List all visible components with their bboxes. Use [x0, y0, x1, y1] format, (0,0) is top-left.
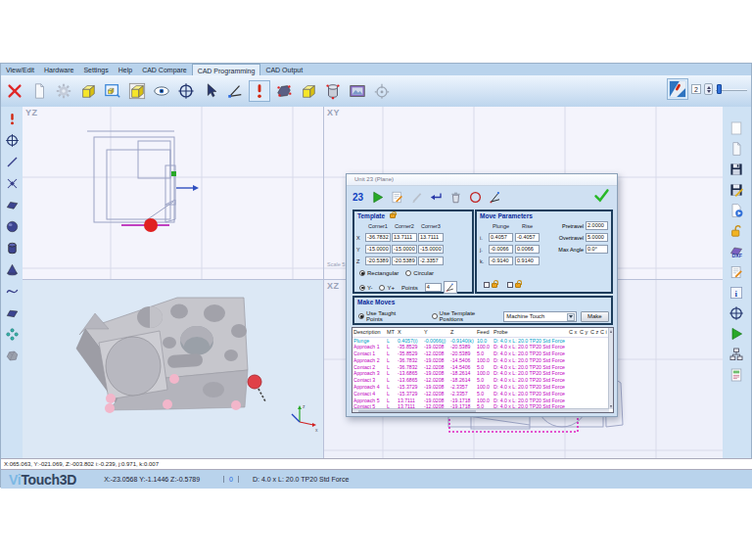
report-icon[interactable]	[728, 365, 746, 384]
viewport-3d[interactable]: z x	[23, 280, 324, 458]
plunge-field-j[interactable]: -0.0066	[489, 245, 513, 254]
export-file-icon[interactable]	[728, 201, 746, 219]
use-taught-points-radio[interactable]	[358, 313, 364, 319]
edit-disabled-icon[interactable]	[408, 189, 424, 205]
sphere-feature-icon[interactable]	[3, 217, 22, 236]
table-horizontal-scrollbar[interactable]	[352, 408, 609, 412]
dialog-title[interactable]: Unit 23 (Plane)	[347, 174, 617, 186]
edit-notes-icon[interactable]	[728, 262, 746, 281]
table-row[interactable]: PlungeL0.4057(i)-0.0066(j)-0.9140(k)10.0…	[352, 337, 609, 344]
template-field-y-corner3[interactable]: -15.0000	[418, 245, 444, 254]
probe-position-stepper[interactable]	[704, 83, 713, 95]
shaded-view-cube-icon[interactable]	[126, 80, 148, 102]
dxf-export-icon[interactable]: DXF	[728, 242, 746, 260]
table-row[interactable]: Approach 2L-36.7832-19.0208-14.5406100.0…	[352, 357, 609, 364]
info-icon[interactable]: i	[728, 283, 746, 302]
plunge-lock-checkbox[interactable]	[484, 282, 490, 288]
moves-table-header[interactable]: C x	[568, 328, 579, 337]
menu-hardware[interactable]: Hardware	[39, 64, 78, 75]
table-row[interactable]: Approach 3L-13.6865-19.0208-18.2614100.0…	[352, 370, 609, 377]
template-field-x-corner3[interactable]: 13.7111	[418, 233, 444, 242]
select-cursor-icon[interactable]	[200, 80, 221, 102]
view-zoom-slider[interactable]	[716, 83, 749, 95]
measured-plane-icon[interactable]	[3, 303, 22, 322]
moves-table-header[interactable]: Z	[449, 328, 476, 337]
cad-view-cube-icon[interactable]	[77, 80, 99, 102]
template-field-z-corner1[interactable]: -20.5389	[365, 257, 391, 265]
table-row[interactable]: Contact 2L-36.7832-12.0208-14.54065.0D: …	[352, 364, 609, 371]
chevron-down-icon[interactable]	[567, 313, 575, 321]
moves-table-header[interactable]: X	[397, 328, 423, 337]
template-field-x-corner2[interactable]: 13.7111	[392, 233, 417, 242]
moves-table-header[interactable]: Y	[423, 328, 449, 337]
moves-table-header[interactable]: Probe	[493, 328, 568, 337]
settings-gear-icon[interactable]	[53, 80, 74, 102]
moves-table-header[interactable]: C y	[579, 328, 589, 337]
program-tree-icon[interactable]	[728, 345, 746, 363]
probe-change-icon[interactable]	[667, 78, 688, 100]
accept-check-icon[interactable]	[593, 187, 610, 208]
line-feature-icon[interactable]	[3, 153, 22, 171]
plunge-field-k[interactable]: -0.9140	[489, 257, 513, 265]
image-capture-icon[interactable]	[347, 80, 368, 102]
menu-view-edit[interactable]: View/Edit	[1, 64, 39, 75]
cylinder-solid-icon[interactable]	[3, 239, 22, 257]
table-row[interactable]: Approach 5L13.7111-19.0208-19.1718100.0D…	[352, 397, 609, 404]
template-field-z-corner3[interactable]: -2.3357	[418, 257, 444, 265]
use-template-positions-radio[interactable]	[432, 313, 438, 319]
unlock-icon[interactable]	[728, 221, 746, 240]
menu-cad-programming[interactable]: CAD Programming	[192, 64, 261, 75]
solid-cube-icon[interactable]	[298, 80, 319, 102]
template-field-y-corner1[interactable]: -15.0000	[365, 245, 391, 254]
moves-table-header[interactable]: Description	[352, 328, 386, 337]
moves-table-header[interactable]: C z	[589, 328, 599, 337]
vector-icon[interactable]	[487, 189, 502, 205]
run-program-icon[interactable]	[728, 324, 746, 343]
table-row[interactable]: Approach 1L-35.8529-19.0208-20.5389100.0…	[352, 344, 609, 350]
template-field-y-corner2[interactable]: -15.0000	[392, 245, 417, 254]
run-unit-icon[interactable]	[369, 189, 385, 205]
angle-measure-icon[interactable]	[224, 80, 246, 102]
probe-icon[interactable]	[3, 110, 22, 128]
points-field[interactable]: 4	[425, 283, 442, 292]
table-vertical-scrollbar[interactable]	[608, 328, 613, 409]
plane-feature-icon[interactable]	[3, 196, 22, 214]
y-plus-radio[interactable]	[379, 285, 385, 291]
visibility-eye-icon[interactable]	[151, 80, 172, 102]
table-row[interactable]: Contact 3L-13.6865-12.0208-18.26145.0D: …	[352, 377, 609, 384]
rise-field-i[interactable]: -0.4057	[515, 233, 540, 242]
datum-crosshair-icon[interactable]	[175, 80, 197, 102]
moves-table-header[interactable]: Feed	[476, 328, 493, 337]
solid-part-icon[interactable]	[3, 347, 22, 365]
moves-table[interactable]: DescriptionMTXYZFeedProbeC xC yC zC i Pl…	[352, 327, 614, 413]
new-file-icon[interactable]	[728, 118, 746, 137]
vector-picker-button[interactable]	[444, 281, 457, 294]
close-icon[interactable]	[4, 80, 25, 102]
save-icon[interactable]	[728, 160, 746, 178]
table-row[interactable]: Approach 4L-15.3729-19.0208-2.3357100.0D…	[352, 384, 609, 391]
overtravel-field[interactable]: 5.0000	[586, 233, 608, 242]
max-angle-field[interactable]: 0.0°	[586, 245, 608, 254]
touch-mode-select[interactable]: Machine Touch	[503, 311, 576, 322]
template-field-x-corner1[interactable]: -36.7832	[365, 233, 391, 242]
y-minus-radio[interactable]	[359, 285, 365, 291]
return-move-icon[interactable]	[428, 189, 444, 205]
save-as-icon[interactable]	[728, 180, 746, 199]
zoom-window-icon[interactable]	[102, 80, 123, 102]
template-field-z-corner2[interactable]: -20.5389	[392, 257, 417, 265]
table-row[interactable]: Contact 1L-35.8529-12.0208-20.53895.0D: …	[352, 350, 609, 357]
circle-feature-icon[interactable]	[467, 189, 483, 205]
rise-field-j[interactable]: 0.0066	[515, 245, 540, 254]
probe-icon[interactable]	[249, 80, 270, 102]
point-feature-icon[interactable]	[3, 174, 22, 193]
plunge-field-i[interactable]: 0.4057	[489, 233, 513, 242]
rise-lock-checkbox[interactable]	[507, 282, 513, 288]
delete-unit-icon[interactable]	[447, 189, 463, 205]
edit-notes-icon[interactable]	[389, 189, 404, 205]
rise-field-k[interactable]: 0.9140	[515, 257, 540, 265]
menu-cad-output[interactable]: CAD Output	[260, 64, 307, 75]
menu-settings[interactable]: Settings	[78, 64, 113, 75]
menu-cad-compare[interactable]: CAD Compare	[137, 64, 192, 75]
rotary-axis-icon[interactable]	[371, 80, 393, 102]
cone-feature-icon[interactable]	[3, 260, 22, 279]
